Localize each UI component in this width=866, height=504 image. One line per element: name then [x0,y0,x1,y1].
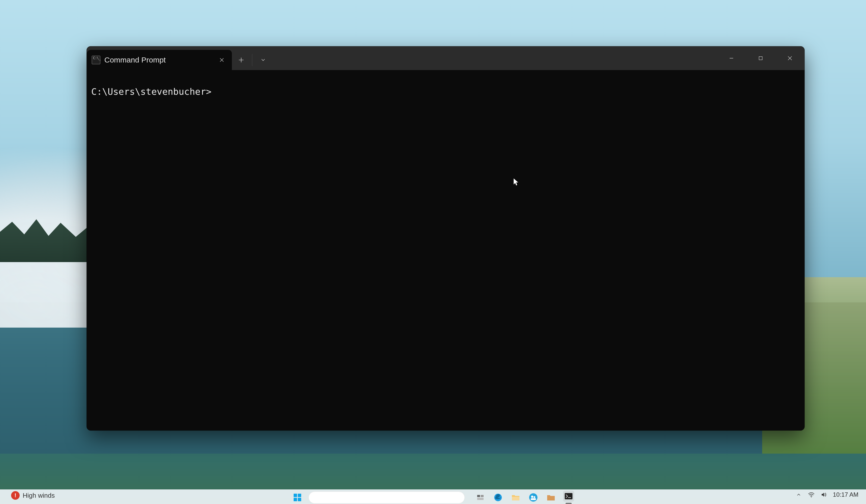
volume-icon [821,492,827,497]
svg-rect-2 [298,494,301,497]
file-explorer-icon [511,494,520,501]
folder-button[interactable] [545,492,556,503]
window-close-button[interactable] [775,46,804,70]
svg-rect-13 [531,498,536,500]
volume-tray[interactable] [820,491,828,498]
tab-title: Command Prompt [104,56,166,64]
svg-rect-6 [481,495,484,497]
svg-point-10 [529,493,537,502]
taskbar-search[interactable] [309,491,465,504]
wifi-icon [808,492,814,497]
tray-overflow-button[interactable] [795,491,802,498]
taskbar-right: 10:17 AM [795,490,866,498]
svg-rect-9 [512,497,520,501]
teams-icon [529,493,538,502]
close-icon [787,55,793,61]
chevron-down-icon [260,57,266,63]
svg-rect-5 [477,495,480,497]
taskbar-pinned-apps [475,491,574,504]
prompt-line: C:\Users\stevenbucher> [91,87,211,97]
chevron-up-icon [796,492,801,497]
terminal-taskbar-button[interactable] [563,491,574,502]
minimize-icon [729,55,734,61]
mouse-cursor-icon [513,178,519,187]
plus-icon [238,57,244,63]
teams-button[interactable] [528,492,539,503]
svg-point-12 [534,496,535,498]
command-prompt-icon: C:\_ [92,56,100,64]
file-explorer-button[interactable] [510,492,521,503]
taskbar-clock[interactable]: 10:17 AM [833,491,858,498]
maximize-button[interactable] [746,46,775,70]
weather-alert-badge: ! [11,491,20,500]
svg-rect-7 [477,498,484,500]
minimize-button[interactable] [717,46,746,70]
network-tray[interactable] [808,491,815,498]
svg-rect-14 [565,493,573,499]
tab-actions [232,50,273,70]
tab-dropdown-button[interactable] [254,50,273,70]
terminal-icon [564,493,573,500]
task-view-icon [476,493,485,502]
svg-rect-3 [293,498,297,502]
svg-rect-4 [298,498,301,502]
taskbar-center [292,491,574,504]
svg-rect-1 [293,494,297,497]
terminal-body[interactable]: C:\Users\stevenbucher> [87,70,804,430]
weather-text[interactable]: High winds [23,492,55,500]
taskbar-active-indicator [566,503,571,504]
close-icon [219,57,224,63]
windows-terminal-window: C:\_ Command Prompt [87,46,804,430]
task-view-button[interactable] [475,492,486,503]
edge-button[interactable] [492,492,503,503]
titlebar[interactable]: C:\_ Command Prompt [87,46,804,70]
edge-icon [493,493,502,502]
tab-close-button[interactable] [217,55,227,65]
start-button[interactable] [292,492,303,503]
svg-point-11 [531,496,533,498]
window-controls [717,46,804,70]
maximize-icon [758,55,764,61]
tab-command-prompt[interactable]: C:\_ Command Prompt [87,50,232,70]
svg-point-15 [811,496,812,497]
folder-icon [546,494,555,501]
taskbar[interactable]: ! High winds [0,489,866,504]
start-icon [293,493,302,502]
taskbar-left[interactable]: ! High winds [0,490,59,500]
separator [252,54,252,66]
svg-rect-0 [759,57,763,60]
new-tab-button[interactable] [232,50,251,70]
